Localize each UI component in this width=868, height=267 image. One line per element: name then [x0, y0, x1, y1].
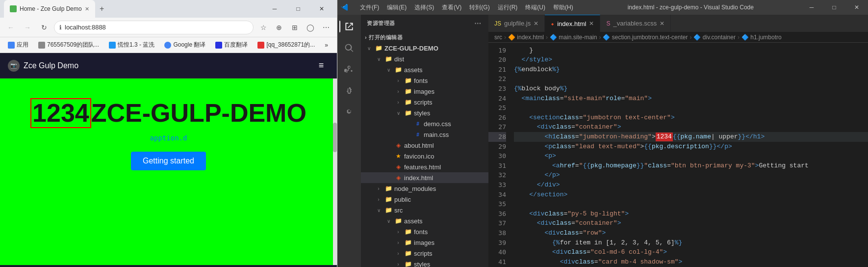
tree-item-src-scripts[interactable]: › 📁 scripts — [361, 248, 488, 259]
browser-tab-active[interactable]: Home - Zce Gulp Demo ✕ — [4, 0, 95, 18]
folder-icon: 📁 — [404, 87, 412, 95]
tree-item-features[interactable]: › ◈ features.html — [361, 161, 488, 172]
activity-git[interactable] — [339, 60, 359, 80]
minimize-button[interactable]: ─ — [263, 1, 286, 16]
folder-icon: 📁 — [404, 98, 412, 106]
code-line-29: <p class="lead text-muted">{{ pkg.descri… — [514, 142, 868, 152]
profile-button[interactable]: ◯ — [304, 21, 317, 34]
code-content[interactable]: } </style> {% endblock %} {% block body … — [510, 43, 868, 267]
address-text: localhost:8888 — [65, 24, 248, 31]
bookmark-team[interactable]: 765567509的团队... — [34, 39, 103, 51]
editor-area: JS gulpfile.js ✕ ⬥ index.html ✕ S _varia… — [488, 15, 868, 267]
bookmark-label: 百度翻译 — [224, 41, 248, 49]
activity-extensions[interactable] — [339, 103, 359, 123]
tree-item-public[interactable]: › 📁 public — [361, 194, 488, 205]
navbar-toggler[interactable]: ≡ — [313, 58, 329, 74]
navbar-brand: 📷 Zce Gulp Demo — [8, 60, 78, 72]
tree-item-index[interactable]: › ◈ index.html — [361, 172, 488, 183]
tree-label: scripts — [414, 99, 433, 106]
code-line-31: <a href="{{ pkg.homepage }}" class="btn … — [514, 161, 868, 171]
tree-item-dist-images[interactable]: › 📁 images — [361, 86, 488, 97]
tree-item-dist[interactable]: ∨ 📁 dist — [361, 53, 488, 64]
activity-bar — [337, 15, 361, 267]
tab-close-icon[interactable]: ✕ — [660, 20, 664, 27]
scroll-indicator[interactable] — [333, 79, 337, 265]
tree-item-src-assets[interactable]: ∨ 📁 assets — [361, 215, 488, 226]
open-editors-section[interactable]: › 打开的编辑器 — [361, 32, 488, 43]
extensions-button[interactable]: ⋯ — [319, 21, 333, 34]
new-tab-button[interactable]: + — [95, 4, 109, 13]
menu-view[interactable]: 查看(V) — [438, 0, 465, 15]
menu-goto[interactable]: 转到(G) — [465, 0, 493, 15]
tab-index-html[interactable]: ⬥ index.html ✕ — [545, 15, 600, 32]
tab-close-icon[interactable]: ✕ — [534, 20, 538, 27]
tree-item-dist-styles[interactable]: ∨ 📁 styles — [361, 107, 488, 118]
reading-mode-button[interactable]: ⊕ — [272, 21, 286, 34]
menu-run[interactable]: 运行(R) — [494, 0, 522, 15]
breadcrumb-sep: › — [738, 34, 740, 41]
maximize-button[interactable]: □ — [287, 1, 309, 16]
vscode-maximize[interactable]: □ — [823, 0, 845, 15]
activity-debug[interactable] — [339, 81, 359, 101]
vscode-minimize[interactable]: ─ — [800, 0, 823, 15]
getting-started-button[interactable]: Getting started — [131, 152, 206, 170]
tree-item-dist-fonts[interactable]: › 📁 fonts — [361, 75, 488, 86]
tab-gulpfile[interactable]: JS gulpfile.js ✕ — [488, 15, 545, 32]
bookmark-more[interactable]: » — [321, 40, 332, 50]
bookmark-csdn[interactable]: [qq_38652871的... — [254, 39, 319, 51]
tree-item-src-fonts[interactable]: › 📁 fonts — [361, 226, 488, 237]
breadcrumb-sep: › — [689, 34, 691, 41]
line-num-36: 36 — [488, 209, 506, 219]
close-button[interactable]: ✕ — [310, 1, 333, 16]
bookmark-1[interactable]: 慌惶1.3 - 蓝洗 — [105, 39, 158, 51]
tree-item-main-css[interactable]: › # main.css — [361, 129, 488, 140]
menu-file[interactable]: 文件(F) — [356, 0, 383, 15]
vscode-close[interactable]: ✕ — [845, 0, 868, 15]
activity-explorer[interactable] — [339, 17, 359, 36]
bookmark-google-translate[interactable]: Google 翻译 — [160, 39, 209, 51]
tree-item-node-modules[interactable]: › 📁 node_modules — [361, 183, 488, 194]
address-bar[interactable]: ℹ localhost:8888 — [54, 21, 254, 34]
line-numbers: 19 20 21 22 23 24 25 26 27 28 29 30 31 3… — [488, 43, 510, 267]
sidebar-new-file[interactable]: ⋯ — [473, 19, 483, 28]
refresh-button[interactable]: ↻ — [37, 21, 51, 34]
menu-select[interactable]: 选择(S) — [410, 0, 438, 15]
folder-icon: 📁 — [384, 206, 392, 214]
line-num-33: 33 — [488, 180, 506, 190]
tree-root[interactable]: ∨ 📁 ZCE-GULP-DEMO — [361, 43, 488, 53]
css-icon: # — [414, 131, 422, 138]
tab-close-icon[interactable]: ✕ — [589, 20, 594, 27]
bookmark-star-button[interactable]: ☆ — [256, 21, 270, 34]
tree-item-src[interactable]: ∨ 📁 src — [361, 205, 488, 215]
tree-label: fonts — [414, 228, 428, 236]
file-tree: › 打开的编辑器 ∨ 📁 ZCE-GULP-DEMO ∨ 📁 dist — [361, 32, 488, 267]
menu-terminal[interactable]: 终端(U) — [521, 0, 549, 15]
folder-arrow-icon: › — [394, 98, 402, 106]
tree-item-demo-css[interactable]: › # demo.css — [361, 118, 488, 129]
menu-edit[interactable]: 编辑(E) — [383, 0, 410, 15]
tree-item-src-styles[interactable]: › 📁 styles — [361, 259, 488, 267]
tree-item-about[interactable]: › ◈ about.html — [361, 140, 488, 151]
code-line-41: <div class="card mb-4 shadow-sm"> — [514, 257, 868, 267]
tree-label: images — [414, 239, 434, 246]
breadcrumb-h1: 🔷 h1.jumbotro — [741, 34, 782, 41]
browser-panel: Home - Zce Gulp Demo ✕ + ─ □ ✕ ← → ↻ ℹ l… — [0, 0, 337, 267]
code-line-30: <p> — [514, 152, 868, 161]
css-icon: # — [414, 120, 422, 128]
tab-variables-scss[interactable]: S _variables.scss ✕ — [600, 15, 671, 32]
forward-button[interactable]: → — [21, 21, 34, 34]
bookmark-baidu-translate[interactable]: 百度翻译 — [211, 39, 252, 51]
tab-close-btn[interactable]: ✕ — [85, 6, 89, 12]
tree-item-src-images[interactable]: › 📁 images — [361, 237, 488, 248]
tab-search-button[interactable]: ⊞ — [288, 21, 302, 34]
bookmark-apps[interactable]: 应用 — [4, 39, 32, 51]
code-editor[interactable]: 19 20 21 22 23 24 25 26 27 28 29 30 31 3… — [488, 43, 868, 267]
tree-item-favicon[interactable]: › ★ favicon.ico — [361, 151, 488, 161]
vscode-title: index.html - zce-gulp-demo - Visual Stud… — [581, 4, 800, 11]
tree-item-dist-scripts[interactable]: › 📁 scripts — [361, 97, 488, 107]
activity-search[interactable] — [339, 38, 359, 58]
tab-label: index.html — [557, 20, 586, 27]
tree-item-dist-assets[interactable]: ∨ 📁 assets — [361, 64, 488, 75]
menu-help[interactable]: 帮助(H) — [549, 0, 577, 15]
back-button[interactable]: ← — [4, 21, 18, 34]
